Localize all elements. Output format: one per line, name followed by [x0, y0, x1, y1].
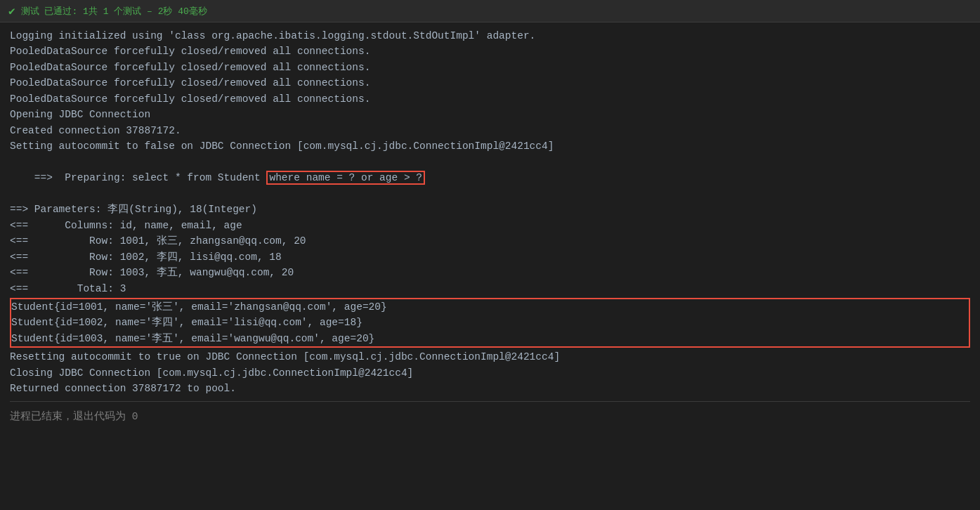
result-block-container: Student{id=1001, name='张三', email='zhang…: [10, 298, 970, 348]
log-line-5: PooledDataSource forcefully closed/remov…: [10, 91, 970, 107]
result-line-1: Student{id=1001, name='张三', email='zhang…: [11, 299, 969, 315]
log-line-returned: Returned connection 37887172 to pool.: [10, 381, 970, 396]
check-icon: ✔: [8, 4, 15, 18]
console-area: Logging initialized using 'class org.apa…: [0, 22, 980, 510]
exit-line: 进程已结束，退出代码为 0: [10, 409, 970, 424]
separator: [10, 401, 970, 402]
log-line-row3: <== Row: 1003, 李五, wangwu@qq.com, 20: [10, 265, 970, 280]
log-line-columns: <== Columns: id, name, email, age: [10, 218, 970, 233]
log-line-3: PooledDataSource forcefully closed/remov…: [10, 60, 970, 75]
log-line-6: Opening JDBC Connection: [10, 107, 970, 122]
log-line-4: PooledDataSource forcefully closed/remov…: [10, 75, 970, 91]
log-line-2: PooledDataSource forcefully closed/remov…: [10, 44, 970, 59]
preparing-prefix: ==> Preparing: select * from Student: [34, 172, 267, 183]
result-line-2: Student{id=1002, name='李四', email='lisi@…: [11, 315, 969, 330]
log-line-closing: Closing JDBC Connection [com.mysql.cj.jd…: [10, 365, 970, 381]
test-result-text: 测试 已通过: 1共 1 个测试 – 2秒 40毫秒: [21, 5, 207, 18]
log-line-7: Created connection 37887172.: [10, 123, 970, 138]
sql-highlight-box: where name = ? or age > ?: [266, 171, 425, 185]
log-line-8: Setting autocommit to false on JDBC Conn…: [10, 138, 970, 154]
log-line-resetting: Resetting autocommit to true on JDBC Con…: [10, 349, 970, 365]
log-line-row2: <== Row: 1002, 李四, lisi@qq.com, 18: [10, 249, 970, 265]
log-line-1: Logging initialized using 'class org.apa…: [10, 28, 970, 44]
log-line-parameters: ==> Parameters: 李四(String), 18(Integer): [10, 202, 970, 217]
result-line-3: Student{id=1003, name='李五', email='wangw…: [11, 331, 969, 346]
log-line-row1: <== Row: 1001, 张三, zhangsan@qq.com, 20: [10, 233, 970, 249]
top-bar: ✔ 测试 已通过: 1共 1 个测试 – 2秒 40毫秒: [0, 0, 980, 22]
log-line-preparing: ==> Preparing: select * from Student whe…: [10, 155, 970, 202]
log-line-total: <== Total: 3: [10, 281, 970, 296]
